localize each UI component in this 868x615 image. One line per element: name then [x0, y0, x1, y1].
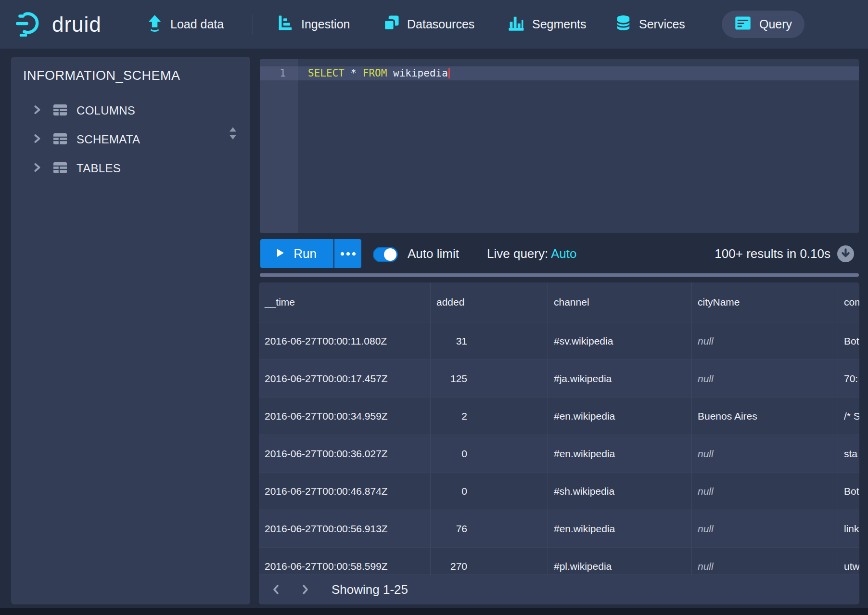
top-navbar: druid Load data Ingestion	[0, 0, 868, 49]
cell-channel[interactable]: #en.wikipedia	[548, 435, 692, 473]
cell-added[interactable]: 2	[431, 397, 548, 435]
nav-item-label: Load data	[170, 17, 224, 31]
nav-item-label: Ingestion	[301, 17, 350, 31]
table-row: 2016-06-27T00:00:17.457Z 125 #ja.wikiped…	[259, 360, 859, 397]
table-row: 2016-06-27T00:00:34.959Z 2 #en.wikipedia…	[259, 397, 859, 435]
tree-item-schemata[interactable]: SCHEMATA	[11, 128, 250, 151]
nav-item-query-active[interactable]: Query	[722, 11, 804, 38]
upload-arrow-icon	[146, 14, 164, 35]
query-results-table: __time added channel cityName comment 20…	[259, 282, 859, 604]
table-row: 2016-06-27T00:00:56.913Z 76 #en.wikipedi…	[259, 510, 859, 548]
schema-title: INFORMATION_SCHEMA	[23, 68, 216, 83]
druid-logo-icon	[14, 11, 45, 38]
cell-time[interactable]: 2016-06-27T00:00:34.959Z	[259, 397, 431, 435]
table-grid-icon	[52, 161, 68, 176]
tree-item-columns[interactable]: COLUMNS	[11, 99, 250, 122]
cell-channel[interactable]: #en.wikipedia	[548, 510, 692, 548]
cell-cityname[interactable]: Buenos Aires	[692, 397, 838, 435]
cell-channel[interactable]: #en.wikipedia	[548, 397, 692, 435]
nav-item-label: Datasources	[407, 17, 474, 31]
cell-comment[interactable]: Bot	[838, 472, 859, 510]
live-query-label: Live query:	[487, 246, 551, 261]
run-button[interactable]: Run	[260, 239, 333, 268]
ellipsis-icon	[341, 252, 344, 256]
brand-wordmark: druid	[52, 13, 102, 37]
run-more-options-button[interactable]	[334, 239, 361, 268]
sql-keyword: FROM	[363, 67, 387, 79]
ingestion-chart-icon	[277, 14, 294, 35]
nav-item-segments[interactable]: Segments	[508, 0, 587, 49]
line-number: 1	[260, 66, 286, 80]
table-grid-icon	[52, 103, 68, 118]
live-query-value[interactable]: Auto	[551, 246, 577, 261]
cell-channel[interactable]: #sh.wikipedia	[548, 472, 692, 510]
column-header-cityname[interactable]: cityName	[692, 282, 838, 322]
table-row: 2016-06-27T00:00:11.080Z 31 #sv.wikipedi…	[259, 322, 859, 360]
cell-added[interactable]: 0	[431, 472, 548, 510]
cell-comment[interactable]: /* S	[838, 397, 859, 435]
cell-comment[interactable]: Bot	[838, 322, 859, 360]
tree-item-label: TABLES	[77, 162, 121, 175]
cell-cityname[interactable]: null	[692, 359, 838, 397]
column-header-channel[interactable]: channel	[548, 282, 692, 322]
horizontal-scrollbar[interactable]	[260, 273, 859, 277]
nav-item-label: Segments	[532, 17, 587, 31]
cell-time[interactable]: 2016-06-27T00:00:56.913Z	[259, 510, 431, 548]
nav-item-datasources[interactable]: Datasources	[383, 0, 474, 49]
druid-logo[interactable]: druid	[14, 0, 102, 49]
nav-item-load-data[interactable]: Load data	[146, 0, 224, 49]
run-button-label: Run	[294, 246, 317, 261]
cell-channel[interactable]: #ja.wikipedia	[548, 359, 692, 397]
bottom-edge-strip	[0, 608, 868, 615]
tree-item-tables[interactable]: TABLES	[11, 157, 250, 180]
download-results-button[interactable]	[837, 245, 854, 264]
cell-channel[interactable]: #sv.wikipedia	[548, 322, 692, 360]
navbar-divider	[122, 14, 122, 35]
sql-query-text: SELECT * FROM wikipedia	[308, 66, 450, 80]
cell-added[interactable]: 125	[431, 359, 548, 397]
cell-comment[interactable]: 70:	[838, 359, 859, 397]
cell-added[interactable]: 31	[431, 322, 548, 360]
auto-limit-toggle[interactable]	[373, 247, 398, 262]
column-header-comment[interactable]: comment	[838, 282, 859, 322]
tree-item-label: COLUMNS	[77, 104, 135, 117]
text-cursor	[448, 68, 450, 78]
cell-cityname[interactable]: null	[692, 472, 838, 510]
sql-keyword: SELECT	[308, 67, 345, 79]
database-icon	[614, 14, 632, 35]
column-header-time[interactable]: __time	[259, 282, 431, 322]
next-page-button[interactable]	[297, 582, 313, 597]
cell-added[interactable]: 0	[431, 435, 548, 473]
nav-item-services[interactable]: Services	[614, 0, 685, 49]
auto-limit-label: Auto limit	[408, 239, 459, 268]
cell-added[interactable]: 76	[431, 510, 548, 548]
navbar-divider	[709, 14, 709, 35]
bar-chart-icon	[508, 14, 525, 35]
console-query-icon	[734, 15, 752, 34]
cell-time[interactable]: 2016-06-27T00:00:11.080Z	[259, 322, 431, 360]
chevron-right-icon	[34, 134, 41, 145]
chevron-right-icon	[34, 105, 41, 116]
cell-cityname[interactable]: null	[692, 322, 838, 360]
table-row: 2016-06-27T00:00:46.874Z 0 #sh.wikipedia…	[259, 473, 859, 510]
navbar-divider	[253, 14, 253, 35]
stacked-squares-icon	[383, 14, 400, 35]
previous-page-button[interactable]	[268, 582, 284, 597]
cell-comment[interactable]: link	[838, 510, 859, 548]
live-query-status: Live query: Auto	[487, 239, 576, 268]
cell-time[interactable]: 2016-06-27T00:00:36.027Z	[259, 435, 431, 473]
results-header-row: __time added channel cityName comment	[259, 282, 859, 322]
nav-item-label: Services	[639, 17, 685, 31]
cell-time[interactable]: 2016-06-27T00:00:46.874Z	[259, 472, 431, 510]
sql-editor[interactable]: 1 SELECT * FROM wikipedia	[260, 59, 859, 233]
cell-cityname[interactable]: null	[692, 510, 838, 548]
editor-gutter	[260, 59, 298, 233]
play-icon	[277, 249, 284, 259]
cell-cityname[interactable]: null	[692, 435, 838, 473]
nav-item-ingestion[interactable]: Ingestion	[277, 0, 350, 49]
results-pagination-footer: Showing 1-25	[259, 575, 859, 604]
cell-time[interactable]: 2016-06-27T00:00:17.457Z	[259, 359, 431, 397]
column-header-added[interactable]: added	[431, 282, 548, 322]
cell-comment[interactable]: sta	[838, 435, 859, 473]
table-row: 2016-06-27T00:00:36.027Z 0 #en.wikipedia…	[259, 435, 859, 473]
